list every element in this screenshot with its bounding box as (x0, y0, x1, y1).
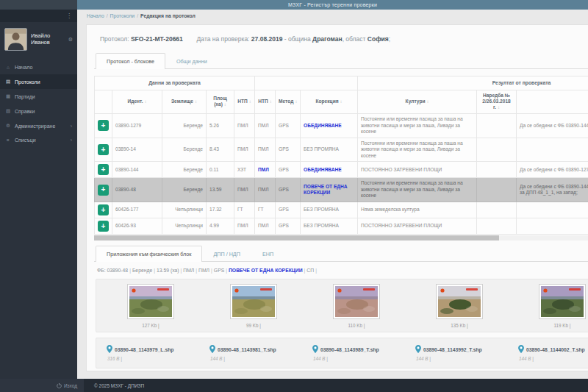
column-header-НТП[interactable]: НТП↕ (255, 90, 276, 114)
photos-row: 127 Kb | 99 Kb | 110 Kb | 135 Kb | (96, 279, 588, 332)
breadcrumb-link[interactable]: Начало (87, 13, 104, 18)
column-header-Култури[interactable]: Култури↕ (358, 90, 477, 114)
cell-notes (517, 202, 588, 218)
sidebar-item-Администриране[interactable]: ⚙Администриране› (0, 118, 77, 133)
expand-row-button[interactable]: + (98, 144, 109, 155)
sidebar-item-Партиди[interactable]: ▦Партиди (0, 89, 77, 104)
cell-ntp1: ПМЛ (234, 178, 255, 202)
logout-button[interactable]: Изход (0, 379, 84, 392)
sidebar-item-Протоколи[interactable]: ▤Протоколи (0, 74, 77, 89)
column-header-Забележки[interactable]: Забележки (517, 90, 588, 114)
cell-area: 13.59 (207, 178, 234, 202)
top-bar-corner (0, 0, 77, 10)
tab-Приложения към физическия блок[interactable]: Приложения към физическия блок (96, 246, 202, 262)
column-header-НТП[interactable]: НТП↕ (234, 90, 255, 114)
cell-area: 8.43 (207, 138, 234, 162)
cell-notes: Да се обедини с ФБ 03890-1279 и ФБ 03890… (517, 162, 588, 178)
column-header-Наредба № 2/26.03.2018 г.[interactable]: Наредба № 2/26.03.2018 г.↕ (477, 90, 517, 114)
sort-icon[interactable]: ↕ (340, 99, 343, 104)
sort-icon[interactable]: ↕ (249, 99, 251, 104)
file-name: 03890-48_1144002_T.shp (526, 347, 585, 352)
sort-icon[interactable]: ↕ (498, 105, 500, 110)
cell-naredba (477, 162, 517, 178)
block-info-segment[interactable]: ПОВЕЧЕ ОТ ЕДНА КОРЕКЦИИ (229, 268, 303, 273)
tab-ДПП / НДП[interactable]: ДПП / НДП (202, 246, 251, 262)
map-pin-icon (415, 345, 421, 354)
sort-icon[interactable]: ↕ (224, 102, 226, 107)
ntp-value-link[interactable]: ПМЛ (258, 167, 269, 172)
correction-link[interactable]: ОБЕДИНЯВАНЕ (304, 167, 342, 172)
cell-ntp1: ПМЛ (234, 218, 255, 235)
field-photo-2[interactable] (231, 285, 276, 318)
cell-naredba (477, 202, 517, 218)
block-info-segment: GPS (214, 268, 224, 273)
file-name: 03890-48_1143989_T.shp (320, 347, 379, 352)
gear-icon[interactable]: ⚙ (68, 37, 73, 43)
tab-ЕНП[interactable]: ЕНП (251, 246, 284, 262)
column-header-Землище[interactable]: Землище↕ (162, 90, 207, 114)
expand-row-button[interactable]: + (98, 164, 109, 175)
correction-link[interactable]: ПОВЕЧЕ ОТ ЕДНА КОРЕКЦИИ (304, 184, 348, 196)
region-label: , област (343, 35, 366, 43)
sidebar-item-Справки[interactable]: ▧Справки (0, 104, 77, 118)
file-name-row: 03890-48_1143989_T.shp (312, 345, 408, 354)
column-header-Идент.[interactable]: Идент.↕ (112, 90, 162, 114)
shapefile-item[interactable]: 03890-48_1143979_L.shp316 B | (99, 345, 202, 361)
expand-row-button[interactable]: + (98, 185, 109, 196)
sort-icon[interactable]: ↕ (145, 99, 147, 104)
file-name-row: 03890-48_1143979_L.shp (107, 345, 202, 354)
tab-Общи данни[interactable]: Общи данни (165, 53, 218, 69)
field-photo-4[interactable] (437, 285, 482, 318)
photo-size-label: 119 Kb | (511, 323, 588, 328)
sidebar-item-Списъци[interactable]: ≡Списъци› (0, 133, 77, 147)
breadcrumb-current: Редакция на протокол (140, 13, 196, 18)
horizontal-scrollbar[interactable] (94, 235, 588, 240)
cell-notes: Да се обедини с ФБ 03890-144 и ФБ 03890-… (517, 178, 588, 202)
shapefile-item[interactable]: 03890-48_1144002_T.shp144 B | (511, 345, 588, 361)
column-header-Площ (ха)[interactable]: Площ (ха)↕ (207, 90, 234, 114)
table-group-header: Резултат от проверката (358, 76, 588, 90)
file-size-label: 144 B | (415, 356, 511, 361)
cell-method: GPS (276, 202, 301, 218)
field-photo-1[interactable] (128, 285, 173, 318)
photo-tile: 135 Kb | (408, 285, 511, 328)
attachments: 127 Kb | 99 Kb | 110 Kb | 135 Kb | (94, 277, 588, 371)
cell-ident: 03890-14 (112, 138, 162, 162)
breadcrumb-link[interactable]: Протоколи (110, 13, 135, 18)
cell-ident: 03890-1279 (112, 113, 162, 138)
photo-tile: 110 Kb | (305, 285, 408, 328)
column-header-label: Идент. (127, 99, 143, 104)
shapefiles-row: 03890-48_1143979_L.shp316 B |03890-48_11… (96, 338, 588, 368)
kebab-menu-icon[interactable]: ⋮ (66, 13, 72, 19)
sort-icon[interactable]: ↕ (295, 99, 297, 104)
shapefile-item[interactable]: 03890-48_1143981_T.shp144 B | (202, 345, 305, 361)
expand-row-button[interactable]: + (98, 204, 109, 215)
shapefile-item[interactable]: 03890-48_1143989_T.shp144 B | (305, 345, 408, 361)
main-area: Начало/Протоколи/Редакция на протокол Пр… (77, 10, 588, 379)
tab-Протокол - блокове[interactable]: Протокол - блокове (96, 53, 165, 69)
field-photo-5[interactable] (539, 285, 585, 318)
expand-row-button[interactable]: + (98, 221, 109, 232)
table-row: +03890-14Беренде8.43ПМЛПМЛGPSБЕЗ ПРОМЯНА… (95, 138, 588, 162)
table-row: +60426-93Чепърлинци4.99ПМЛПМЛGPSБЕЗ ПРОМ… (95, 218, 588, 235)
sidebar-header: ⋮ (0, 10, 77, 22)
file-name-row: 03890-48_1143992_T.shp (415, 345, 511, 354)
column-header-Метод[interactable]: Метод↕ (276, 90, 301, 114)
field-photo-3[interactable] (334, 285, 379, 318)
cell-method: GPS (276, 178, 301, 202)
cell-land: Беренде (162, 162, 207, 178)
sort-icon[interactable]: ↕ (195, 99, 197, 104)
map-pin-icon (209, 345, 215, 354)
protocol-label: Протокол: (100, 35, 129, 43)
sort-icon[interactable]: ↕ (270, 99, 272, 104)
file-name-row: 03890-48_1144002_T.shp (518, 345, 588, 354)
scrollbar-thumb[interactable] (94, 235, 499, 240)
sort-icon[interactable]: ↕ (426, 99, 429, 104)
sidebar-item-label: Списъци (15, 138, 36, 143)
expand-row-button[interactable]: + (98, 120, 109, 131)
shapefile-item[interactable]: 03890-48_1143992_T.shp144 B | (408, 345, 511, 361)
correction-link[interactable]: ОБЕДИНЯВАНЕ (304, 123, 342, 128)
sidebar-item-Начало[interactable]: ⌂Начало (0, 60, 77, 74)
column-header-Корекция[interactable]: Корекция↕ (301, 90, 358, 114)
sidebar-item-label: Администриране (15, 124, 55, 129)
